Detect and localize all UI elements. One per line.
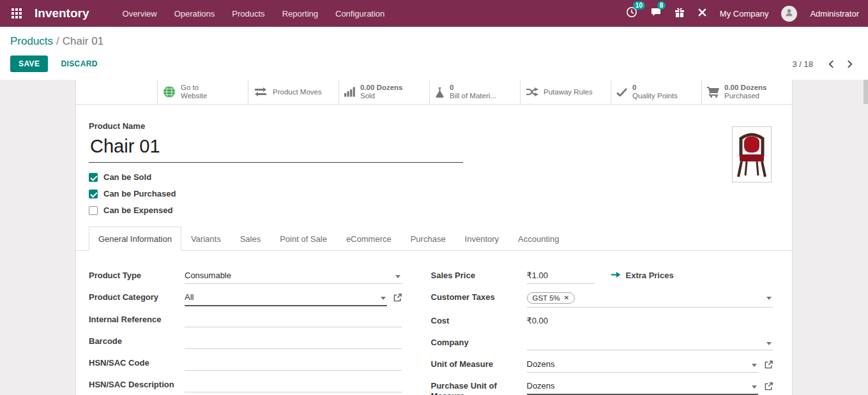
tab-accounting[interactable]: Accounting [508, 227, 568, 251]
tax-tag[interactable]: GST 5% ✕ [527, 292, 575, 304]
purchased-stat-button[interactable]: 0.00 DozensPurchased [701, 80, 792, 104]
company-label: Company [431, 336, 527, 348]
chevron-down-icon [766, 297, 772, 300]
external-link-icon[interactable] [765, 357, 773, 371]
unit-of-measure-label: Unit of Measure [431, 357, 527, 369]
main-menu: Overview Operations Products Reporting C… [123, 9, 385, 19]
shuffle-icon [526, 87, 538, 97]
user-menu[interactable]: Administrator [810, 9, 859, 19]
stat-button-box: Go toWebsite Product Moves 0.00 DozensSo… [76, 80, 792, 105]
tab-point-of-sale[interactable]: Point of Sale [270, 227, 337, 251]
general-information-panel: Product Type Consumable Product Category… [76, 251, 792, 395]
cart-icon [707, 87, 719, 98]
hsn-sac-description-input[interactable] [185, 378, 402, 392]
menu-configuration[interactable]: Configuration [335, 9, 385, 19]
support-tools-button[interactable] [697, 8, 707, 20]
product-flags: Can be Sold Can be Purchased Can be Expe… [89, 172, 773, 215]
bar-chart-icon [344, 87, 355, 97]
product-type-label: Product Type [89, 269, 185, 281]
cost-input[interactable]: ₹0.00 [527, 314, 773, 329]
arrow-right-icon [611, 271, 621, 280]
unit-of-measure-select[interactable]: Dozens [527, 357, 759, 373]
product-name-input[interactable]: Chair 01 [89, 135, 463, 163]
menu-operations[interactable]: Operations [174, 9, 215, 19]
external-link-icon[interactable] [393, 290, 402, 304]
apps-grid-icon[interactable] [5, 0, 28, 27]
pager-next-icon[interactable] [842, 59, 858, 70]
customer-taxes-field[interactable]: GST 5% ✕ [527, 290, 773, 308]
product-name-label: Product Name [89, 121, 773, 131]
form-view-area: Go toWebsite Product Moves 0.00 DozensSo… [0, 80, 868, 395]
breadcrumb-products-link[interactable]: Products [10, 35, 53, 47]
sales-price-input[interactable]: ₹1.00 [527, 269, 595, 284]
product-category-label: Product Category [89, 290, 185, 302]
activities-button[interactable]: 10 [626, 6, 637, 20]
can-be-purchased-checkbox[interactable] [89, 190, 98, 198]
sold-stat-button[interactable]: 0.00 DozensSold [339, 80, 429, 104]
record-pager: 3 / 18 [792, 56, 858, 70]
bill-of-materials-button[interactable]: 0Bill of Materi... [429, 80, 520, 104]
messages-badge: 8 [657, 1, 666, 10]
discard-button[interactable]: DISCARD [58, 56, 100, 72]
user-avatar[interactable] [781, 6, 797, 22]
product-image[interactable] [732, 126, 772, 183]
cost-label: Cost [431, 314, 527, 326]
chevron-down-icon [395, 275, 400, 278]
breadcrumb-separator: / [56, 35, 59, 47]
external-link-icon[interactable] [765, 379, 773, 393]
gift-button[interactable] [674, 7, 685, 20]
menu-products[interactable]: Products [232, 9, 264, 19]
globe-icon [163, 86, 176, 98]
company-menu[interactable]: My Company [720, 9, 769, 19]
purchase-unit-of-measure-select[interactable]: Dozens [527, 379, 759, 395]
tab-inventory[interactable]: Inventory [455, 227, 508, 251]
chevron-down-icon [752, 364, 757, 367]
chevron-down-icon [381, 297, 386, 300]
tools-icon [697, 8, 707, 20]
menu-overview[interactable]: Overview [123, 9, 157, 19]
notebook-tabs: General Information Variants Sales Point… [76, 227, 792, 251]
company-select[interactable] [527, 336, 773, 350]
pager-count: 3 / 18 [792, 59, 813, 69]
save-button[interactable]: SAVE [10, 56, 48, 72]
can-be-sold-checkbox[interactable] [89, 173, 98, 182]
scrollbar[interactable] [864, 80, 868, 104]
putaway-rules-button[interactable]: Putaway Rules [520, 80, 611, 104]
check-icon [616, 88, 627, 96]
can-be-sold-row[interactable]: Can be Sold [89, 172, 229, 182]
product-header-section: Product Name Chair 01 Can be Sold Can be… [76, 105, 792, 215]
chevron-down-icon [752, 385, 757, 389]
navbar-systray: 10 8 My Company Administrator [626, 6, 859, 22]
can-be-purchased-row[interactable]: Can be Purchased [89, 189, 229, 198]
chair-image [735, 128, 768, 181]
go-to-website-button[interactable]: Go toWebsite [157, 80, 248, 104]
can-be-expensed-row[interactable]: Can be Expensed [89, 205, 229, 215]
tab-ecommerce[interactable]: eCommerce [337, 227, 401, 251]
barcode-input[interactable] [185, 334, 402, 349]
customer-taxes-label: Customer Taxes [431, 290, 527, 302]
menu-reporting[interactable]: Reporting [282, 9, 318, 19]
hsn-sac-code-input[interactable] [185, 356, 402, 371]
chevron-down-icon [766, 342, 772, 345]
flask-icon [435, 87, 445, 98]
app-title[interactable]: Inventory [34, 6, 89, 20]
breadcrumb-current: Chair 01 [63, 35, 103, 47]
pager-previous-icon[interactable] [823, 59, 839, 70]
activities-badge: 10 [633, 1, 645, 10]
tab-purchase[interactable]: Purchase [401, 227, 455, 251]
top-navbar: Inventory Overview Operations Products R… [0, 0, 868, 27]
tab-sales[interactable]: Sales [231, 227, 271, 251]
gift-icon [674, 7, 685, 20]
product-type-select[interactable]: Consumable [185, 269, 402, 284]
product-category-select[interactable]: All [185, 290, 387, 306]
can-be-expensed-checkbox[interactable] [89, 206, 98, 215]
tab-variants[interactable]: Variants [181, 227, 231, 251]
quality-points-button[interactable]: 0Quality Points [611, 80, 701, 104]
tab-general-information[interactable]: General Information [89, 227, 181, 251]
extra-prices-link[interactable]: Extra Prices [611, 269, 674, 280]
product-moves-button[interactable]: Product Moves [248, 80, 339, 104]
internal-reference-input[interactable] [185, 313, 402, 327]
remove-tag-icon[interactable]: ✕ [564, 293, 569, 303]
internal-reference-label: Internal Reference [89, 313, 185, 325]
messages-button[interactable]: 8 [650, 6, 662, 20]
